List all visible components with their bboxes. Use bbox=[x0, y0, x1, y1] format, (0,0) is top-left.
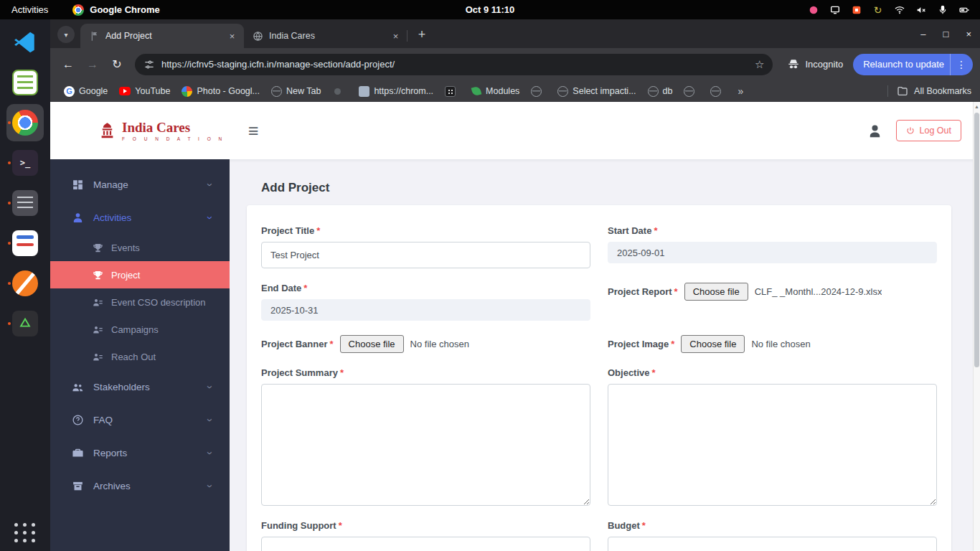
bookmark-label: Select impacti... bbox=[573, 86, 636, 96]
dock-recycle-icon[interactable] bbox=[6, 305, 44, 342]
dock-spreadsheet-icon[interactable] bbox=[6, 64, 44, 101]
address-bar[interactable]: https://icfnv5-staging.icfn.in/manage-se… bbox=[135, 54, 773, 75]
reload-button[interactable]: ↻ bbox=[106, 54, 128, 75]
field-label: Funding Support bbox=[261, 520, 336, 531]
bookmark-new-tab[interactable]: New Tab bbox=[266, 84, 326, 99]
back-button[interactable]: ← bbox=[57, 54, 79, 75]
recycle-icon bbox=[12, 311, 38, 336]
sidebar-item-activities[interactable]: Activities › bbox=[50, 201, 230, 234]
logout-button[interactable]: Log Out bbox=[896, 120, 961, 141]
minimize-button[interactable]: – bbox=[920, 29, 925, 39]
bookmark-select-impact[interactable]: Select impacti... bbox=[552, 84, 641, 99]
sidebar-item-events[interactable]: Events bbox=[50, 234, 230, 261]
dock-chrome-icon[interactable] bbox=[6, 104, 44, 141]
bookmark-unnamed[interactable] bbox=[327, 84, 352, 99]
tab-search-button[interactable]: ▾ bbox=[57, 26, 75, 43]
project-banner-choose-file-button[interactable]: Choose file bbox=[340, 335, 404, 353]
show-applications-button[interactable] bbox=[14, 523, 36, 542]
google-favicon bbox=[64, 86, 75, 97]
tab-title: India Cares bbox=[269, 31, 384, 41]
sidebar-toggle-icon[interactable]: ≡ bbox=[248, 122, 259, 140]
bookmark-photos[interactable]: Photo - Googl... bbox=[176, 84, 265, 99]
sidebar-item-campaigns[interactable]: Campaigns bbox=[50, 316, 230, 343]
chevron-down-icon: › bbox=[204, 484, 217, 488]
relaunch-menu-icon[interactable]: ⋮ bbox=[950, 54, 973, 75]
project-summary-textarea[interactable] bbox=[261, 384, 590, 506]
objective-textarea[interactable] bbox=[608, 384, 937, 506]
scrollbar-thumb[interactable] bbox=[974, 113, 979, 367]
site-logo[interactable]: India Cares F O U N D A T I O N bbox=[98, 121, 225, 141]
new-tab-button[interactable]: + bbox=[412, 24, 432, 44]
activities-button[interactable]: Activities bbox=[0, 4, 60, 15]
dock-documents-icon[interactable] bbox=[6, 225, 44, 262]
update-icon[interactable]: ↻ bbox=[872, 4, 884, 16]
funding-support-input[interactable] bbox=[261, 537, 590, 551]
clock[interactable]: Oct 9 11:10 bbox=[466, 4, 515, 15]
tab-close-icon[interactable]: × bbox=[226, 30, 238, 42]
user-profile-icon[interactable] bbox=[867, 123, 883, 139]
project-report-choose-file-button[interactable]: Choose file bbox=[684, 283, 748, 301]
bookmark-db[interactable]: db bbox=[643, 84, 678, 99]
chrome-icon bbox=[72, 4, 84, 16]
sidebar-item-event-cso-description[interactable]: Event CSO description bbox=[50, 288, 230, 316]
microphone-icon[interactable] bbox=[936, 4, 948, 16]
wifi-icon[interactable] bbox=[893, 4, 905, 16]
sidebar-item-label: Events bbox=[111, 242, 140, 253]
sidebar-item-reports[interactable]: Reports › bbox=[50, 436, 230, 469]
all-bookmarks-button[interactable]: All Bookmarks bbox=[887, 85, 971, 97]
field-label: Objective bbox=[608, 367, 650, 378]
battery-icon[interactable] bbox=[958, 4, 970, 16]
sidebar-item-label: Event CSO description bbox=[111, 297, 206, 308]
end-date-input[interactable] bbox=[261, 299, 590, 321]
performance-icon[interactable] bbox=[807, 4, 819, 16]
bookmark-unnamed[interactable] bbox=[705, 84, 730, 99]
dock-vscode-icon[interactable] bbox=[6, 24, 44, 61]
bookmark-unnamed[interactable] bbox=[526, 84, 551, 99]
sidebar-item-manage[interactable]: Manage › bbox=[50, 168, 230, 201]
start-date-input[interactable] bbox=[608, 242, 937, 263]
sidebar-item-faq[interactable]: FAQ › bbox=[50, 403, 230, 436]
bookmark-google[interactable]: Google bbox=[59, 84, 113, 99]
tab-add-project[interactable]: Add Project × bbox=[80, 24, 244, 48]
dock-draw-icon[interactable] bbox=[6, 265, 44, 302]
maximize-button[interactable]: □ bbox=[943, 29, 949, 39]
main-content: Add Project Project Title* Start Date* bbox=[230, 159, 973, 551]
bookmarks-overflow-button[interactable]: » bbox=[732, 85, 749, 97]
relaunch-button[interactable]: Relaunch to update ⋮ bbox=[853, 54, 973, 75]
display-icon[interactable] bbox=[829, 4, 841, 16]
focused-app-label: Google Chrome bbox=[90, 4, 160, 15]
budget-input[interactable] bbox=[608, 537, 937, 551]
bookmark-modules[interactable]: Modules bbox=[466, 84, 524, 98]
tab-close-icon[interactable]: × bbox=[390, 30, 402, 42]
bookmark-label: New Tab bbox=[286, 86, 321, 96]
focused-app-indicator[interactable]: Google Chrome bbox=[72, 4, 160, 16]
bookmark-youtube[interactable]: YouTube bbox=[114, 84, 175, 98]
bookmark-unnamed[interactable] bbox=[679, 84, 704, 99]
dock-terminal-icon[interactable]: >_ bbox=[6, 144, 44, 182]
bookmark-star-icon[interactable]: ☆ bbox=[755, 58, 764, 71]
tab-india-cares[interactable]: India Cares × bbox=[244, 24, 407, 48]
sidebar-item-label: FAQ bbox=[93, 415, 209, 425]
sidebar-item-archives[interactable]: Archives › bbox=[50, 469, 230, 502]
sidebar-item-label: Manage bbox=[93, 179, 209, 190]
forward-button[interactable]: → bbox=[82, 54, 103, 75]
scroll-up-arrow[interactable]: ▲ bbox=[974, 102, 980, 111]
bookmark-unnamed[interactable] bbox=[440, 84, 465, 99]
project-image-choose-file-button[interactable]: Choose file bbox=[681, 335, 745, 353]
browser-toolbar: ← → ↻ https://icfnv5-staging.icfn.in/man… bbox=[50, 48, 980, 80]
dock-texteditor-icon[interactable] bbox=[6, 184, 44, 222]
field-label: Project Report bbox=[608, 286, 672, 297]
sidebar-item-reach-out[interactable]: Reach Out bbox=[50, 343, 230, 370]
question-circle-icon bbox=[72, 414, 84, 426]
url-text: https://icfnv5-staging.icfn.in/manage-se… bbox=[161, 59, 748, 70]
incognito-icon bbox=[787, 58, 800, 71]
sidebar-item-project[interactable]: Project bbox=[50, 261, 230, 288]
close-button[interactable]: × bbox=[966, 29, 971, 39]
volume-muted-icon[interactable] bbox=[915, 4, 927, 16]
bookmark-chrome-link[interactable]: https://chrom... bbox=[354, 84, 438, 99]
project-title-input[interactable] bbox=[261, 242, 590, 268]
site-settings-icon[interactable] bbox=[143, 59, 155, 70]
page-body: Manage › Activities › Events Project bbox=[50, 159, 980, 551]
sidebar-item-stakeholders[interactable]: Stakeholders › bbox=[50, 370, 230, 403]
screenshare-icon[interactable] bbox=[850, 4, 862, 16]
